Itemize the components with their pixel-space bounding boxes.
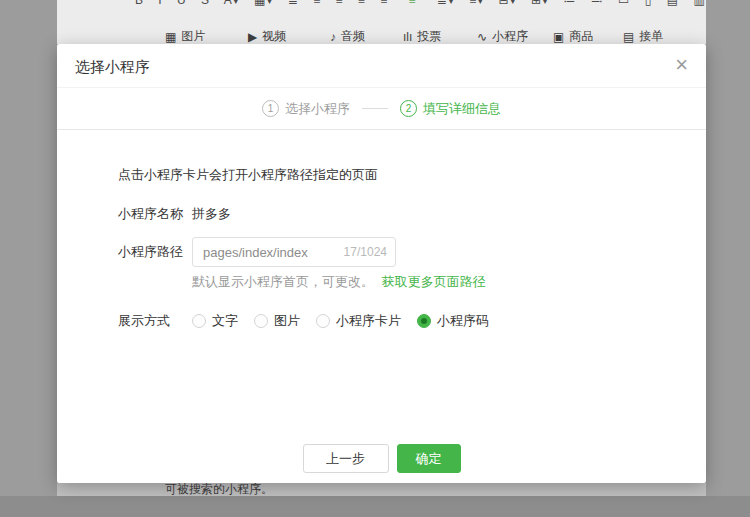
media-item-label: 音频: [341, 28, 365, 44]
editor-surface: B I U S A▾ ▦▾ ≣ ≡ ≡ ≡ ≡ ≡ ≣▾ ≡▾ ⊟▾ ⊞▾ ≔ …: [57, 0, 706, 44]
radio-option-qrcode[interactable]: 小程序码: [417, 312, 489, 330]
media-item-order: ▤ 接单: [623, 28, 663, 44]
confirm-button[interactable]: 确定: [397, 444, 461, 473]
display-mode-options: 文字 图片 小程序卡片 小程序码: [192, 312, 505, 330]
radio-unchecked-icon: [316, 314, 330, 328]
radio-option-text[interactable]: 文字: [192, 312, 238, 330]
miniprogram-path-row: 小程序路径 17/1024: [118, 237, 706, 267]
radio-option-qrcode-label: 小程序码: [437, 312, 489, 330]
image-icon: ▦: [165, 30, 176, 44]
more-paths-link[interactable]: 获取更多页面路径: [382, 274, 486, 289]
background-content-band: 可被搜索的小程序。: [57, 483, 706, 496]
path-label: 小程序路径: [118, 243, 192, 261]
radio-unchecked-icon: [254, 314, 268, 328]
dialog-footer: 上一步 确定: [57, 444, 706, 473]
name-label: 小程序名称: [118, 205, 192, 223]
steps-bar: 1 选择小程序 2 填写详细信息: [57, 88, 706, 130]
media-item-label: 图片: [181, 28, 205, 44]
path-hint-row: 默认显示小程序首页，可更改。 获取更多页面路径: [192, 273, 706, 290]
miniprogram-icon: ∿: [477, 30, 487, 44]
align-active-icon: ≡: [408, 0, 416, 7]
step-1-label: 选择小程序: [285, 100, 350, 118]
radio-option-image[interactable]: 图片: [254, 312, 300, 330]
media-item-image: ▦ 图片: [165, 28, 205, 44]
step-1-number: 1: [262, 100, 279, 117]
step-2-label: 填写详细信息: [423, 100, 501, 118]
miniprogram-name-value: 拼多多: [192, 205, 231, 223]
media-item-label: 小程序: [492, 28, 528, 44]
display-mode-label: 展示方式: [118, 312, 192, 330]
radio-option-card[interactable]: 小程序卡片: [316, 312, 401, 330]
media-item-vote: ılı 投票: [403, 28, 441, 44]
media-item-label: 商品: [569, 28, 593, 44]
radio-checked-icon: [417, 314, 431, 328]
step-1-select-miniprogram: 1 选择小程序: [262, 100, 350, 118]
step-2-number: 2: [400, 100, 417, 117]
previous-step-button[interactable]: 上一步: [303, 444, 389, 473]
bar-chart-icon: ılı: [403, 30, 412, 44]
format-toolbar-icons: B I U S A▾ ▦▾ ≣ ≡ ≡ ≡ ≡: [135, 0, 388, 7]
product-icon: ▣: [553, 30, 564, 44]
media-item-label: 视频: [262, 28, 286, 44]
miniprogram-name-row: 小程序名称 拼多多: [118, 205, 706, 223]
radio-option-image-label: 图片: [274, 312, 300, 330]
microphone-icon: ♪: [330, 30, 336, 44]
media-toolbar: ▦ 图片 ▶ 视频 ♪ 音频 ılı 投票 ∿ 小程序 ▣ 商品: [57, 28, 706, 44]
radio-unchecked-icon: [192, 314, 206, 328]
media-item-product: ▣ 商品: [553, 28, 593, 44]
select-miniprogram-dialog: 选择小程序 × 1 选择小程序 2 填写详细信息 点击小程序卡片会打开小程序路径…: [57, 44, 706, 483]
display-mode-row: 展示方式 文字 图片 小程序卡片: [118, 312, 706, 330]
video-icon: ▶: [248, 30, 257, 44]
path-char-counter: 17/1024: [344, 245, 387, 259]
media-item-video: ▶ 视频: [248, 28, 286, 44]
format-toolbar: B I U S A▾ ▦▾ ≣ ≡ ≡ ≡ ≡ ≡ ≣▾ ≡▾ ⊟▾ ⊞▾ ≔ …: [135, 0, 706, 7]
path-input-wrap: 17/1024: [192, 237, 396, 267]
page: B I U S A▾ ▦▾ ≣ ≡ ≡ ≡ ≡ ≡ ≣▾ ≡▾ ⊟▾ ⊞▾ ≔ …: [0, 0, 750, 517]
media-item-label: 投票: [417, 28, 441, 44]
radio-option-card-label: 小程序卡片: [336, 312, 401, 330]
step-connector: [362, 108, 388, 109]
dialog-header: 选择小程序 ×: [57, 44, 706, 88]
background-text: 可被搜索的小程序。: [165, 482, 273, 496]
page-bottom-band: [0, 496, 750, 517]
radio-option-text-label: 文字: [212, 312, 238, 330]
dialog-title: 选择小程序: [75, 58, 150, 77]
format-toolbar-icons-right: ≣▾ ≡▾ ⊟▾ ⊞▾ ≔ ≕ ▭ ▯ ▤ ▥: [437, 0, 706, 7]
media-item-miniprogram: ∿ 小程序: [477, 28, 528, 44]
media-item-audio: ♪ 音频: [330, 28, 365, 44]
path-hint: 默认显示小程序首页，可更改。: [192, 274, 374, 289]
dialog-tip: 点击小程序卡片会打开小程序路径指定的页面: [118, 166, 706, 184]
order-icon: ▤: [623, 30, 634, 44]
step-2-fill-details: 2 填写详细信息: [400, 100, 501, 118]
media-item-label: 接单: [639, 28, 663, 44]
close-icon[interactable]: ×: [675, 52, 688, 78]
dialog-body: 点击小程序卡片会打开小程序路径指定的页面 小程序名称 拼多多 小程序路径 17/…: [57, 130, 706, 330]
